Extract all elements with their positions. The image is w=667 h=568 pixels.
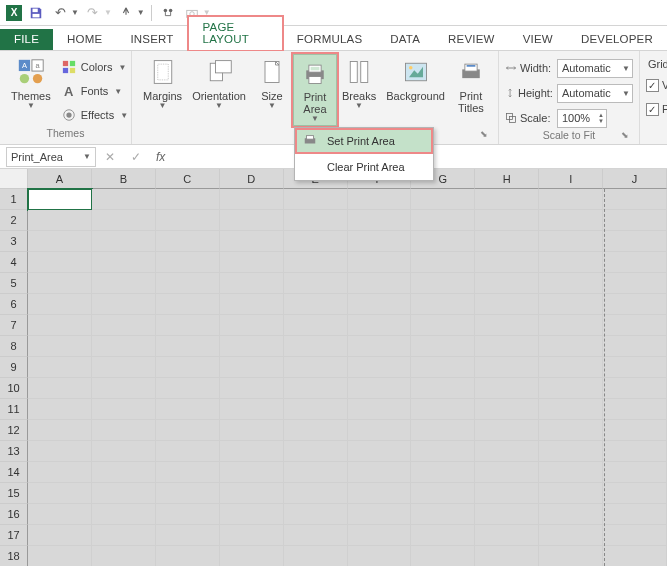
row-header[interactable]: 8 [0,336,28,357]
row-header[interactable]: 15 [0,483,28,504]
cell[interactable] [156,441,220,462]
cell[interactable] [92,462,156,483]
cell[interactable] [475,399,539,420]
tab-data[interactable]: DATA [376,29,434,50]
cell[interactable] [220,441,284,462]
cell[interactable] [539,189,603,210]
cell[interactable] [220,336,284,357]
cell[interactable] [411,399,475,420]
cell[interactable] [475,525,539,546]
cell[interactable] [348,546,412,566]
cell[interactable] [156,273,220,294]
cell[interactable] [539,462,603,483]
cell[interactable] [539,252,603,273]
cell[interactable] [92,441,156,462]
tab-review[interactable]: REVIEW [434,29,509,50]
cell[interactable] [92,420,156,441]
cell[interactable] [603,378,667,399]
orientation-button[interactable]: Orientation ▼ [187,54,251,126]
colors-button[interactable]: Colors ▼ [56,56,133,78]
height-field[interactable]: Automatic▼ [557,84,633,103]
cell[interactable] [284,483,348,504]
column-header[interactable]: D [220,169,284,189]
cell[interactable] [28,357,92,378]
row-header[interactable]: 17 [0,525,28,546]
cell[interactable] [156,462,220,483]
cell[interactable] [92,483,156,504]
row-header[interactable]: 2 [0,210,28,231]
cell[interactable] [603,336,667,357]
cell[interactable] [475,252,539,273]
cell[interactable] [475,273,539,294]
row-header[interactable]: 4 [0,252,28,273]
cell[interactable] [156,252,220,273]
row-header[interactable]: 16 [0,504,28,525]
cell[interactable] [156,315,220,336]
cell[interactable] [539,420,603,441]
cell[interactable] [92,315,156,336]
cell[interactable] [220,294,284,315]
qat-customize-dropdown[interactable]: ▼ [137,8,145,17]
cell[interactable] [284,399,348,420]
cell[interactable] [92,546,156,566]
cell[interactable] [539,273,603,294]
cell[interactable] [348,525,412,546]
clear-print-area-item[interactable]: Clear Print Area [295,154,433,180]
cell[interactable] [603,294,667,315]
cell[interactable] [156,336,220,357]
spreadsheet-grid[interactable]: ABCDEFGHIJ 123456789101112131415161718 [0,169,667,566]
cell[interactable] [603,189,667,210]
cell[interactable] [603,483,667,504]
cell[interactable] [284,189,348,210]
cell[interactable] [284,378,348,399]
tab-home[interactable]: HOME [53,29,116,50]
row-header[interactable]: 14 [0,462,28,483]
gridlines-view-checkbox[interactable]: ✓V [646,74,667,96]
cell[interactable] [348,315,412,336]
touch-mode-icon[interactable] [116,3,136,23]
cell[interactable] [411,420,475,441]
cell[interactable] [475,336,539,357]
margins-button[interactable]: Margins ▼ [138,54,187,126]
cell[interactable] [284,315,348,336]
cell[interactable] [92,378,156,399]
cell[interactable] [348,378,412,399]
cell[interactable] [603,504,667,525]
tab-insert[interactable]: INSERT [116,29,187,50]
row-header[interactable]: 9 [0,357,28,378]
cell[interactable] [348,357,412,378]
cell[interactable] [411,189,475,210]
cell[interactable] [603,525,667,546]
redo-icon[interactable]: ↷ [83,3,103,23]
cell[interactable] [603,273,667,294]
cell[interactable] [220,378,284,399]
row-header[interactable]: 7 [0,315,28,336]
cell[interactable] [348,399,412,420]
cell[interactable] [220,357,284,378]
cell[interactable] [411,525,475,546]
effects-button[interactable]: Effects ▼ [56,104,133,126]
qat-extra-icon[interactable] [158,3,178,23]
cell[interactable] [156,420,220,441]
cell[interactable] [348,441,412,462]
cell[interactable] [475,546,539,566]
cell[interactable] [28,231,92,252]
cell[interactable] [220,504,284,525]
cell[interactable] [539,357,603,378]
cell[interactable] [411,546,475,566]
cell[interactable] [156,357,220,378]
print-titles-button[interactable]: Print Titles [450,54,492,126]
tab-developer[interactable]: DEVELOPER [567,29,667,50]
cell[interactable] [284,252,348,273]
cell[interactable] [475,483,539,504]
cell[interactable] [475,420,539,441]
cell[interactable] [475,210,539,231]
cell[interactable] [475,441,539,462]
cell[interactable] [28,546,92,566]
cell[interactable] [539,525,603,546]
cell[interactable] [156,504,220,525]
row-header[interactable]: 5 [0,273,28,294]
row-header[interactable]: 1 [0,189,28,210]
row-headers[interactable]: 123456789101112131415161718 [0,189,28,566]
cell[interactable] [475,189,539,210]
